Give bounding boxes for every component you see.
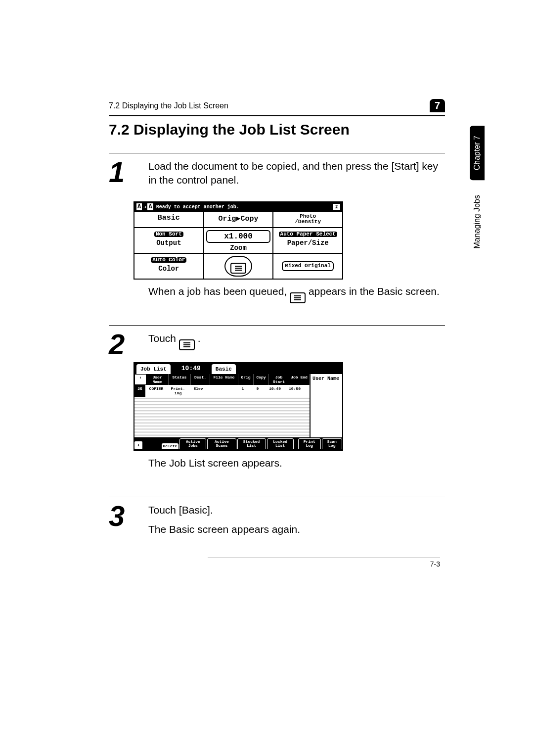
- color-label[interactable]: Color: [136, 265, 201, 273]
- basic-screen-statusbar: A➔A Ready to accept another job. 1: [134, 202, 342, 212]
- joblist-bottom-buttons: ⬇ Delete Active Jobs Active Scans Stocke…: [134, 437, 342, 450]
- tab-photo-l1: Photo: [300, 213, 316, 219]
- row-end: 10:50: [285, 385, 305, 397]
- color-cell: Auto Color Color: [134, 254, 204, 279]
- active-scans-button[interactable]: Active Scans: [207, 438, 236, 449]
- basic-screen-tabs: Basic Orig▶Copy Photo /Density: [134, 212, 342, 228]
- joblist-table: ⬆ User Name Status Dest. File Name Orig …: [134, 374, 311, 437]
- col-orig: Orig: [238, 374, 254, 385]
- empty-rows: [134, 397, 310, 437]
- right-header-username: User Name: [312, 376, 340, 381]
- scroll-down-button[interactable]: ⬇: [134, 441, 142, 449]
- step1-after-part2: appears in the Basic screen.: [309, 285, 440, 297]
- stocked-list-button[interactable]: Stocked List: [237, 438, 266, 449]
- tab-orig-copy[interactable]: Orig▶Copy: [204, 212, 274, 227]
- scroll-up-button[interactable]: ⬆: [134, 374, 146, 385]
- papersize-label[interactable]: Paper/Size: [275, 239, 340, 247]
- row-dest: Elev: [189, 385, 208, 397]
- joblist-right-pane: User Name: [311, 374, 342, 437]
- basic-screen: A➔A Ready to accept another job. 1 Basic…: [134, 201, 343, 280]
- status-message: Ready to accept another job.: [156, 204, 333, 210]
- page-corner-tab: 7: [430, 99, 445, 112]
- tab-photo-l2: /Density: [295, 219, 321, 225]
- joblist-top-row: Job List 10:49 Basic: [134, 363, 342, 374]
- active-jobs-button[interactable]: Active Jobs: [179, 438, 206, 449]
- joblist-time: 10:49: [181, 365, 201, 372]
- joblist-icon-button[interactable]: [224, 256, 252, 277]
- rule-top: [109, 115, 445, 116]
- step2-text: Touch .: [148, 331, 445, 350]
- orig-to-copy-icon: A➔A: [136, 203, 153, 211]
- col-job-start: Job Start: [269, 374, 289, 385]
- step-body: Load the document to be copied, and then…: [148, 159, 445, 192]
- step2-result: 2 The Job List screen appears.: [109, 456, 445, 482]
- chapter-tab: Chapter 7: [470, 126, 485, 180]
- nonsort-button[interactable]: Non Sort: [154, 232, 183, 237]
- row-orig: 1: [235, 385, 250, 397]
- tab-basic-on-joblist[interactable]: Basic: [212, 364, 236, 374]
- table-row[interactable]: 25 COPIER Print- ing Elev 1 9 10:49 10:5…: [134, 385, 310, 397]
- side-section-name: Managing Jobs: [473, 195, 482, 249]
- col-user-name: User Name: [146, 374, 169, 385]
- step2-after: .: [198, 332, 201, 344]
- rule-step2: [109, 325, 445, 326]
- row-status: Print- ing: [167, 385, 189, 397]
- step-2: 2 Touch .: [109, 331, 445, 357]
- paper-cell: Auto Paper Select Paper/Size: [273, 228, 342, 253]
- zoom-cell: x1.000 Zoom: [204, 228, 274, 253]
- step3-line2: The Basic screen appears again.: [148, 522, 445, 536]
- output-label[interactable]: Output: [136, 239, 201, 247]
- step-1: 1 Load the document to be copied, and th…: [109, 159, 445, 192]
- step-number: 2: [109, 331, 134, 357]
- output-cell: Non Sort Output: [134, 228, 204, 253]
- step1-after: 1 When a job has been queued, appears in…: [109, 284, 445, 310]
- row-user: COPIER: [145, 385, 167, 397]
- joblist-icon-cell: [204, 254, 274, 279]
- running-head: 7.2 Displaying the Job List Screen 7: [109, 99, 445, 112]
- rule-step3: [109, 497, 445, 497]
- row-copy: 9: [250, 385, 265, 397]
- step1-after-text: When a job has been queued, appears in t…: [148, 284, 445, 303]
- side-margin: Chapter 7 Managing Jobs: [470, 126, 485, 249]
- locked-list-button[interactable]: Locked List: [267, 438, 294, 449]
- rule-section: [109, 153, 445, 153]
- joblist-table-header: ⬆ User Name Status Dest. File Name Orig …: [134, 374, 310, 385]
- step-number: 1: [109, 159, 134, 185]
- mixed-original-button[interactable]: Mixed Original: [282, 261, 333, 271]
- step2-before: Touch: [148, 332, 179, 344]
- print-log-button[interactable]: Print Log: [298, 438, 321, 449]
- col-copy: Copy: [254, 374, 269, 385]
- joblist-icon-inline: [179, 339, 195, 350]
- col-file-name: File Name: [210, 374, 238, 385]
- mixed-cell: Mixed Original: [273, 254, 342, 279]
- col-dest: Dest.: [191, 374, 210, 385]
- page-footer: 7-3: [208, 558, 440, 568]
- running-head-text: 7.2 Displaying the Job List Screen: [109, 101, 430, 110]
- step-3: 3 Touch [Basic]. The Basic screen appear…: [109, 503, 445, 541]
- col-status: Status: [169, 374, 191, 385]
- row-num: 25: [134, 385, 145, 397]
- autopaper-button[interactable]: Auto Paper Select: [279, 232, 337, 237]
- col-job-end: Job End: [289, 374, 310, 385]
- job-slot-indicator: 1: [333, 204, 340, 210]
- tab-joblist[interactable]: Job List: [136, 364, 171, 374]
- zoom-label[interactable]: Zoom: [206, 244, 271, 252]
- document-page: Chapter 7 Managing Jobs 7.2 Displaying t…: [0, 0, 534, 756]
- joblist-screen: Job List 10:49 Basic ⬆ User Name Status …: [134, 362, 343, 451]
- row-file: [208, 385, 235, 397]
- scan-log-button[interactable]: Scan Log: [322, 438, 342, 449]
- step1-text: Load the document to be copied, and then…: [148, 159, 445, 188]
- joblist-icon: [230, 263, 246, 274]
- joblist-icon-inline: [290, 292, 306, 303]
- autocolor-button[interactable]: Auto Color: [151, 257, 186, 263]
- tab-photo-density[interactable]: Photo /Density: [273, 212, 342, 227]
- row-start: 10:49: [265, 385, 285, 397]
- step2-result-text: The Job List screen appears.: [148, 456, 445, 470]
- step1-after-part1: When a job has been queued,: [148, 285, 290, 297]
- tab-basic[interactable]: Basic: [134, 212, 204, 227]
- section-title: 7.2 Displaying the Job List Screen: [109, 121, 445, 138]
- step3-line1: Touch [Basic].: [148, 503, 445, 517]
- zoom-value-button[interactable]: x1.000: [206, 230, 271, 243]
- step-number: 3: [109, 503, 134, 529]
- delete-button[interactable]: Delete: [162, 443, 179, 449]
